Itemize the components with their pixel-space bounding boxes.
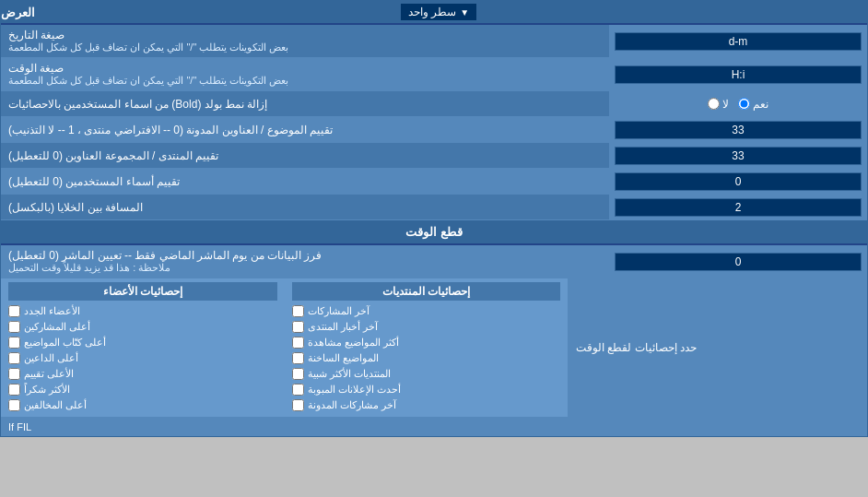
member-stat-item-6: الأكثر شكراً [8, 382, 277, 397]
forum-stat-item-1: آخر المشاركات [292, 303, 561, 319]
time-format-row: صيغة الوقت بعض التكوينات يتطلب "/" التي … [1, 58, 867, 91]
member-stat-item-1: الأعضاء الجدد [8, 303, 277, 319]
forum-stat-checkbox-2[interactable] [292, 321, 304, 333]
time-format-input-cell [609, 58, 867, 90]
forum-stat-item-2: آخر أخبار المنتدى [292, 319, 561, 335]
forum-stats-header: إحصائيات المنتديات [292, 282, 561, 301]
user-names-row: تقييم أسماء المستخدمين (0 للتعطيل) [1, 169, 867, 195]
topic-order-input[interactable] [615, 121, 862, 139]
bold-remove-row: لا نعم إزالة نمط بولد (Bold) من اسماء ال… [1, 91, 867, 117]
topic-order-text: تقييم الموضوع / العناوين المدونة (0 -- ا… [8, 124, 333, 136]
cut-days-label: فرز البيانات من يوم الماشر الماضي فقط --… [1, 245, 609, 278]
bold-radio-no-label[interactable]: لا [708, 98, 729, 111]
time-format-sub-label: بعض التكوينات يتطلب "/" التي يمكن ان تضا… [8, 75, 288, 87]
cell-spacing-input-cell [609, 195, 867, 219]
cell-spacing-row: المسافة بين الخلايا (بالبكسل) [1, 195, 867, 220]
member-stat-checkbox-3[interactable] [8, 337, 20, 349]
time-format-label: صيغة الوقت بعض التكوينات يتطلب "/" التي … [1, 58, 609, 90]
cut-days-input[interactable] [615, 253, 862, 271]
forum-order-input-cell [609, 143, 867, 168]
user-names-label: تقييم أسماء المستخدمين (0 للتعطيل) [1, 169, 609, 194]
checkbox-columns: إحصائيات المنتديات آخر المشاركات آخر أخب… [1, 278, 569, 417]
forum-stat-item-4: المواضيع الساخنة [292, 350, 561, 366]
stats-apply-label: حدد إحصائيات لقطع الوقت [576, 341, 697, 354]
forum-order-label: تقييم المنتدى / المجموعة العناوين (0 للت… [1, 143, 609, 168]
main-container: ▼ سطر واحد العرض صيغة التاريخ بعض التكوي… [0, 0, 868, 437]
cell-spacing-input[interactable] [615, 198, 862, 217]
member-stats-col: إحصائيات الأعضاء الأعضاء الجدد أعلى المش… [1, 278, 285, 417]
header-row: ▼ سطر واحد العرض [1, 1, 867, 25]
bold-radio-group: لا نعم [708, 98, 768, 111]
user-names-input[interactable] [615, 172, 862, 191]
forum-stat-checkbox-4[interactable] [292, 352, 304, 364]
dropdown-arrow-icon: ▼ [460, 7, 469, 18]
member-stats-header: إحصائيات الأعضاء [8, 282, 277, 301]
time-format-input[interactable] [615, 65, 862, 84]
cut-days-row: فرز البيانات من يوم الماشر الماضي فقط --… [1, 245, 867, 278]
member-stat-checkbox-2[interactable] [8, 321, 20, 333]
date-format-row: صيغة التاريخ بعض التكوينات يتطلب "/" الت… [1, 25, 867, 58]
page-title: العرض [1, 6, 35, 19]
forum-stat-checkbox-3[interactable] [292, 337, 304, 349]
member-stat-checkbox-7[interactable] [8, 399, 20, 411]
forum-stat-checkbox-7[interactable] [292, 399, 304, 411]
member-stat-item-3: أعلى كتّاب المواضيع [8, 335, 277, 350]
forum-stat-item-5: المنتديات الأكثر شبية [292, 366, 561, 382]
bold-radio-no[interactable] [708, 98, 720, 110]
date-format-main-label: صيغة التاريخ [8, 29, 65, 41]
topic-order-label: تقييم الموضوع / العناوين المدونة (0 -- ا… [1, 117, 609, 142]
forum-stat-item-6: أحدث الإعلانات المبوبة [292, 382, 561, 397]
member-stat-checkbox-1[interactable] [8, 305, 20, 317]
forum-stat-checkbox-6[interactable] [292, 384, 304, 396]
cut-section-title: قطع الوقت [405, 225, 463, 239]
member-stat-item-2: أعلى المشاركين [8, 319, 277, 335]
member-stat-item-7: أعلى المخالفين [8, 397, 277, 413]
member-stat-item-4: أعلى الداعين [8, 350, 277, 366]
cut-days-input-cell [609, 245, 867, 278]
time-format-main-label: صيغة الوقت [8, 62, 64, 75]
dropdown-label: سطر واحد [408, 6, 456, 18]
cut-days-sub-label: ملاحظة : هذا قد يزيد قليلاً وقت التحميل [8, 262, 170, 274]
forum-stat-item-7: آخر مشاركات المدونة [292, 397, 561, 413]
user-names-text: تقييم أسماء المستخدمين (0 للتعطيل) [8, 175, 180, 188]
topic-order-row: تقييم الموضوع / العناوين المدونة (0 -- ا… [1, 117, 867, 143]
forum-stat-checkbox-5[interactable] [292, 368, 304, 380]
date-format-input[interactable] [615, 32, 862, 51]
forum-order-row: تقييم المنتدى / المجموعة العناوين (0 للت… [1, 143, 867, 169]
date-format-sub-label: بعض التكوينات يتطلب "/" التي يمكن ان تضا… [8, 41, 288, 53]
cell-spacing-label: المسافة بين الخلايا (بالبكسل) [1, 195, 609, 219]
forum-stats-col: إحصائيات المنتديات آخر المشاركات آخر أخب… [285, 278, 569, 417]
bold-radio-yes[interactable] [738, 98, 750, 110]
cut-days-main-label: فرز البيانات من يوم الماشر الماضي فقط --… [8, 249, 322, 262]
date-format-label: صيغة التاريخ بعض التكوينات يتطلب "/" الت… [1, 25, 609, 57]
cut-section-header: قطع الوقت [1, 220, 867, 245]
member-stat-checkbox-5[interactable] [8, 368, 20, 380]
user-names-input-cell [609, 169, 867, 194]
topic-order-input-cell [609, 117, 867, 142]
bold-remove-text: إزالة نمط بولد (Bold) من اسماء المستخدمي… [8, 98, 267, 111]
date-format-input-cell [609, 25, 867, 57]
member-stat-checkbox-4[interactable] [8, 352, 20, 364]
member-stat-checkbox-6[interactable] [8, 384, 20, 396]
stats-apply-label-cell: حدد إحصائيات لقطع الوقت [569, 278, 867, 417]
cell-spacing-text: المسافة بين الخلايا (بالبكسل) [8, 201, 143, 214]
member-stat-item-5: الأعلى تقييم [8, 366, 277, 382]
forum-stat-checkbox-1[interactable] [292, 305, 304, 317]
forum-order-input[interactable] [615, 147, 862, 165]
display-dropdown[interactable]: ▼ سطر واحد [400, 3, 477, 21]
forum-order-text: تقييم المنتدى / المجموعة العناوين (0 للت… [8, 149, 218, 162]
bold-remove-label: إزالة نمط بولد (Bold) من اسماء المستخدمي… [1, 91, 609, 116]
checkbox-section: حدد إحصائيات لقطع الوقت إحصائيات المنتدي… [1, 278, 867, 418]
forum-stat-item-3: أكثر المواضيع مشاهدة [292, 335, 561, 350]
bottom-note: If FIL [1, 418, 867, 436]
bold-radio-yes-label[interactable]: نعم [738, 98, 768, 111]
bold-remove-input-cell: لا نعم [609, 91, 867, 116]
